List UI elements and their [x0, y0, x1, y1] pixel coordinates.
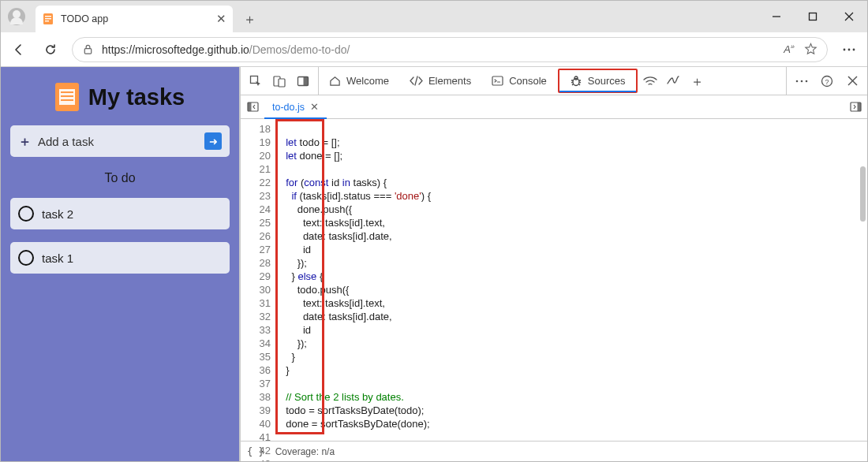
browser-tab[interactable]: TODO app ✕	[36, 6, 233, 32]
show-debugger-button[interactable]	[844, 102, 867, 112]
app-panel: My tasks ＋ Add a task ➜ To do task 2 tas…	[1, 67, 239, 461]
devtools-more-button[interactable]	[790, 67, 814, 95]
home-icon	[329, 75, 341, 87]
tab-welcome[interactable]: Welcome	[319, 67, 399, 95]
task-item[interactable]: task 2	[10, 198, 230, 229]
svg-rect-28	[248, 102, 252, 111]
close-icon[interactable]: ✕	[310, 101, 319, 113]
app-header: My tasks	[10, 83, 230, 111]
device-toggle-button[interactable]	[268, 67, 291, 95]
address-bar[interactable]: https://microsoftedge.github.io/Demos/de…	[72, 37, 828, 62]
svg-point-22	[806, 80, 808, 82]
svg-text:?: ?	[825, 77, 829, 85]
svg-rect-1	[45, 16, 51, 17]
radio-icon[interactable]	[18, 250, 34, 266]
tab-label: Console	[509, 75, 547, 87]
coverage-status: Coverage: n/a	[275, 446, 335, 457]
svg-rect-2	[45, 18, 51, 19]
performance-icon[interactable]	[662, 67, 686, 95]
code-icon	[410, 76, 423, 86]
svg-rect-8	[84, 49, 91, 54]
tab-label: Elements	[428, 75, 471, 87]
lock-icon	[82, 43, 94, 55]
plus-icon: ＋	[18, 132, 32, 151]
read-aloud-icon[interactable]: A»	[784, 43, 795, 55]
svg-point-10	[848, 48, 851, 50]
line-gutter[interactable]: 1819202122232425262728293031323334353637…	[241, 119, 275, 441]
favorite-icon[interactable]	[804, 43, 817, 56]
url-text: https://microsoftedge.github.io/Demos/de…	[102, 43, 350, 56]
devtools-close-button[interactable]	[840, 67, 864, 95]
more-button[interactable]	[834, 35, 864, 65]
section-title: To do	[10, 171, 230, 185]
inspect-tools	[241, 67, 319, 95]
show-navigator-button[interactable]	[241, 102, 264, 112]
svg-rect-5	[810, 13, 817, 20]
dock-button[interactable]	[291, 67, 315, 95]
maximize-button[interactable]	[795, 1, 831, 32]
tab-console[interactable]: Console	[481, 67, 557, 95]
svg-point-11	[853, 48, 855, 50]
tab-elements[interactable]: Elements	[399, 67, 481, 95]
new-tab-button[interactable]: ＋	[238, 7, 261, 31]
clipboard-icon	[55, 83, 79, 111]
app-title: My tasks	[88, 84, 185, 110]
code-content[interactable]: let todo = []; let done = []; for (const…	[275, 119, 867, 441]
svg-point-21	[801, 80, 803, 82]
svg-rect-30	[857, 102, 861, 111]
minimize-button[interactable]	[758, 1, 795, 32]
task-item[interactable]: task 1	[10, 242, 230, 274]
add-task-placeholder: Add a task	[38, 135, 94, 148]
tab-label: Sources	[588, 75, 626, 87]
more-tabs-button[interactable]: ＋	[686, 67, 709, 95]
file-tab[interactable]: to-do.js ✕	[264, 95, 327, 118]
task-label: task 2	[42, 207, 73, 221]
bug-icon	[570, 75, 582, 87]
source-file-tabs: to-do.js ✕	[241, 95, 867, 119]
radio-icon[interactable]	[18, 206, 34, 222]
file-tab-label: to-do.js	[272, 102, 305, 113]
titlebar: TODO app ✕ ＋	[1, 1, 867, 32]
inspect-button[interactable]	[244, 67, 268, 95]
devtools-statusbar: { } Coverage: n/a	[241, 441, 867, 461]
back-button[interactable]	[4, 35, 34, 65]
code-editor[interactable]: 1819202122232425262728293031323334353637…	[241, 119, 867, 441]
svg-rect-16	[304, 76, 309, 85]
add-task-input[interactable]: ＋ Add a task ➜	[10, 125, 230, 157]
svg-rect-17	[492, 76, 503, 85]
refresh-button[interactable]	[36, 35, 65, 65]
browser-toolbar: https://microsoftedge.github.io/Demos/de…	[1, 32, 867, 67]
scrollbar[interactable]	[860, 166, 866, 222]
svg-rect-3	[45, 20, 49, 21]
devtools-panel: Welcome Elements Console Sources ＋ ?	[239, 67, 867, 461]
workspace: My tasks ＋ Add a task ➜ To do task 2 tas…	[1, 67, 867, 461]
help-button[interactable]: ?	[815, 67, 839, 95]
network-conditions-icon[interactable]	[638, 67, 662, 95]
devtools-tabstrip: Welcome Elements Console Sources ＋ ?	[241, 67, 867, 95]
tab-title: TODO app	[61, 13, 210, 24]
console-icon	[492, 76, 503, 86]
svg-point-9	[844, 48, 846, 50]
window-controls	[758, 1, 867, 32]
task-label: task 1	[42, 251, 73, 265]
svg-rect-14	[279, 79, 285, 87]
avatar-icon	[8, 8, 25, 25]
favicon-icon	[42, 13, 54, 25]
tab-close-icon[interactable]: ✕	[216, 12, 226, 26]
profile-button[interactable]	[1, 1, 32, 32]
window-close-button[interactable]	[831, 1, 867, 32]
tab-sources[interactable]: Sources	[558, 69, 638, 93]
tab-label: Welcome	[346, 75, 389, 87]
submit-task-button[interactable]: ➜	[204, 132, 222, 150]
svg-point-20	[796, 80, 799, 82]
